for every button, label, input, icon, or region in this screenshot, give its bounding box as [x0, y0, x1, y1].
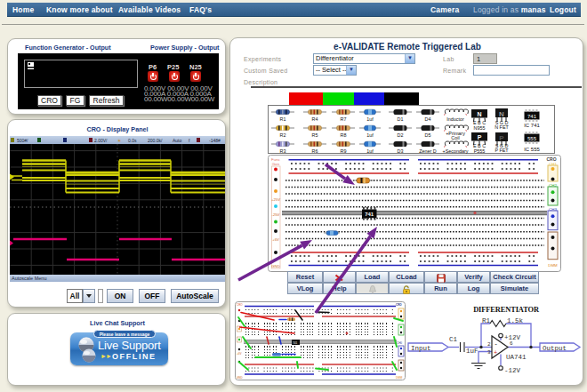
svg-text:D2: D2 — [398, 132, 404, 138]
svg-text:P: P — [499, 134, 504, 142]
svg-text:Zener D: Zener D — [419, 148, 437, 154]
svg-text:1uf: 1uf — [366, 148, 374, 154]
svg-text:D3: D3 — [398, 148, 404, 154]
svg-text:2: 2 — [487, 341, 491, 348]
svg-text:R2: R2 — [280, 132, 286, 138]
svg-text:1uf: 1uf — [366, 116, 374, 122]
svg-text:-: - — [495, 340, 498, 348]
svg-text:R8: R8 — [341, 132, 347, 138]
svg-text:P555: P555 — [474, 148, 486, 154]
svg-text:741: 741 — [527, 114, 537, 119]
svg-text:+Secondary: +Secondary — [443, 148, 469, 154]
svg-text:+: + — [494, 349, 497, 356]
svg-text:+6V: +6V — [237, 352, 241, 356]
svg-text:-25V: -25V — [272, 212, 280, 217]
svg-text:N: N — [499, 110, 504, 118]
svg-text:DIFFERENTIATOR: DIFFERENTIATOR — [473, 306, 540, 314]
svg-text:GND: GND — [271, 264, 279, 268]
svg-text:DMM: DMM — [548, 263, 558, 268]
svg-text:D5: D5 — [425, 132, 431, 138]
svg-text:R3: R3 — [280, 148, 286, 154]
svg-text:CH0: CH0 — [397, 341, 402, 345]
svg-text:Inductor: Inductor — [446, 116, 464, 122]
svg-text:Input: Input — [411, 345, 431, 352]
svg-text:1uF: 1uF — [466, 348, 478, 355]
svg-text:1uf: 1uf — [366, 132, 374, 138]
svg-text:D4: D4 — [425, 116, 431, 122]
svg-text:R1: R1 — [280, 116, 286, 122]
svg-text:CRO: CRO — [396, 303, 402, 307]
svg-text:IC 555: IC 555 — [524, 147, 540, 152]
svg-text:1.5k: 1.5k — [507, 317, 524, 324]
svg-text:N FET: N FET — [495, 124, 509, 130]
svg-text:IC 741: IC 741 — [524, 123, 540, 128]
svg-text:R7: R7 — [341, 116, 347, 122]
svg-text:-12V: -12V — [504, 367, 521, 374]
svg-text:GND: GND — [237, 376, 244, 380]
svg-text:D1: D1 — [398, 116, 404, 122]
svg-text:N: N — [477, 111, 481, 117]
svg-text:+6V: +6V — [272, 237, 279, 242]
svg-text:R9: R9 — [341, 148, 347, 154]
svg-text:P FET: P FET — [495, 148, 509, 153]
svg-text:+25V: +25V — [271, 197, 280, 202]
svg-text:N955: N955 — [474, 125, 486, 131]
svg-text:R5: R5 — [312, 132, 318, 138]
svg-text:Output: Output — [543, 345, 567, 352]
svg-text:P: P — [478, 134, 482, 140]
svg-text:Coil: Coil — [451, 135, 459, 140]
svg-text:R6: R6 — [312, 148, 318, 154]
svg-text:CRO: CRO — [237, 303, 243, 307]
svg-text:741: 741 — [293, 341, 298, 345]
svg-text:C1: C1 — [449, 336, 458, 343]
svg-text:6: 6 — [510, 340, 513, 347]
svg-text:Gen: Gen — [272, 162, 280, 166]
svg-text:555: 555 — [527, 136, 537, 141]
svg-text:R4: R4 — [312, 116, 318, 122]
svg-text:UA741: UA741 — [506, 354, 527, 361]
svg-text:R1: R1 — [482, 317, 491, 324]
svg-text:3: 3 — [487, 349, 491, 356]
svg-text:DMM: DMM — [396, 376, 403, 380]
svg-text:741: 741 — [365, 212, 374, 217]
